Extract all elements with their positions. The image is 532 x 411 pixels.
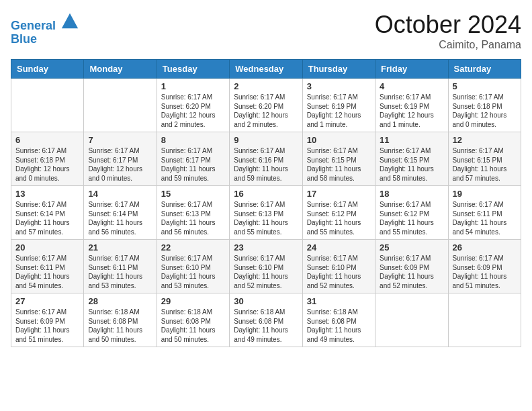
calendar-cell: 15Sunrise: 6:17 AMSunset: 6:13 PMDayligh…: [157, 186, 229, 240]
calendar-cell: 1Sunrise: 6:17 AMSunset: 6:20 PMDaylight…: [157, 79, 229, 132]
calendar-table: SundayMondayTuesdayWednesdayThursdayFrid…: [11, 59, 521, 347]
calendar-cell: 30Sunrise: 6:18 AMSunset: 6:08 PMDayligh…: [230, 293, 302, 347]
calendar-week-row: 27Sunrise: 6:17 AMSunset: 6:09 PMDayligh…: [11, 293, 521, 347]
calendar-cell: 21Sunrise: 6:17 AMSunset: 6:11 PMDayligh…: [84, 240, 157, 293]
calendar-cell: [448, 293, 521, 347]
day-number: 13: [15, 189, 79, 199]
cell-sun-info: Sunrise: 6:17 AMSunset: 6:15 PMDaylight:…: [307, 146, 371, 183]
day-number: 31: [307, 296, 371, 306]
day-number: 3: [307, 81, 371, 91]
cell-sun-info: Sunrise: 6:17 AMSunset: 6:14 PMDaylight:…: [88, 200, 152, 236]
day-number: 27: [15, 296, 79, 306]
calendar-cell: [11, 79, 84, 132]
calendar-cell: 19Sunrise: 6:17 AMSunset: 6:11 PMDayligh…: [448, 186, 521, 240]
day-number: 16: [234, 189, 298, 199]
day-number: 15: [161, 189, 225, 199]
calendar-cell: [375, 293, 448, 347]
calendar-cell: 27Sunrise: 6:17 AMSunset: 6:09 PMDayligh…: [11, 293, 84, 347]
cell-sun-info: Sunrise: 6:18 AMSunset: 6:08 PMDaylight:…: [161, 308, 225, 344]
calendar-cell: 2Sunrise: 6:17 AMSunset: 6:20 PMDaylight…: [230, 79, 302, 132]
cell-sun-info: Sunrise: 6:17 AMSunset: 6:09 PMDaylight:…: [380, 254, 443, 290]
cell-sun-info: Sunrise: 6:17 AMSunset: 6:13 PMDaylight:…: [234, 200, 298, 236]
cell-sun-info: Sunrise: 6:17 AMSunset: 6:14 PMDaylight:…: [15, 200, 79, 236]
cell-sun-info: Sunrise: 6:17 AMSunset: 6:10 PMDaylight:…: [161, 254, 225, 290]
calendar-cell: 4Sunrise: 6:17 AMSunset: 6:19 PMDaylight…: [375, 79, 448, 132]
day-number: 28: [88, 296, 152, 306]
cell-sun-info: Sunrise: 6:17 AMSunset: 6:11 PMDaylight:…: [15, 254, 79, 290]
calendar-week-row: 20Sunrise: 6:17 AMSunset: 6:11 PMDayligh…: [11, 240, 521, 293]
day-number: 18: [380, 189, 443, 199]
day-number: 29: [161, 296, 225, 306]
cell-sun-info: Sunrise: 6:17 AMSunset: 6:15 PMDaylight:…: [453, 146, 517, 183]
day-number: 1: [161, 81, 225, 91]
cell-sun-info: Sunrise: 6:17 AMSunset: 6:12 PMDaylight:…: [307, 200, 371, 236]
cell-sun-info: Sunrise: 6:17 AMSunset: 6:11 PMDaylight:…: [453, 200, 517, 236]
day-number: 20: [15, 242, 79, 253]
day-number: 14: [88, 189, 152, 199]
calendar-week-row: 13Sunrise: 6:17 AMSunset: 6:14 PMDayligh…: [11, 186, 521, 240]
calendar-cell: 11Sunrise: 6:17 AMSunset: 6:15 PMDayligh…: [375, 132, 448, 186]
weekday-header-thursday: Thursday: [302, 60, 375, 79]
cell-sun-info: Sunrise: 6:17 AMSunset: 6:20 PMDaylight:…: [234, 93, 298, 129]
calendar-cell: 20Sunrise: 6:17 AMSunset: 6:11 PMDayligh…: [11, 240, 84, 293]
cell-sun-info: Sunrise: 6:17 AMSunset: 6:17 PMDaylight:…: [88, 146, 152, 183]
weekday-header-wednesday: Wednesday: [230, 60, 302, 79]
cell-sun-info: Sunrise: 6:17 AMSunset: 6:18 PMDaylight:…: [15, 146, 79, 183]
calendar-week-row: 1Sunrise: 6:17 AMSunset: 6:20 PMDaylight…: [11, 79, 521, 132]
day-number: 21: [88, 242, 152, 253]
day-number: 11: [380, 135, 443, 145]
day-number: 9: [234, 135, 298, 145]
calendar-cell: 22Sunrise: 6:17 AMSunset: 6:10 PMDayligh…: [157, 240, 229, 293]
day-number: 7: [88, 135, 152, 145]
cell-sun-info: Sunrise: 6:17 AMSunset: 6:16 PMDaylight:…: [234, 146, 298, 183]
logo-icon: [60, 11, 79, 30]
calendar-header-row: SundayMondayTuesdayWednesdayThursdayFrid…: [11, 60, 521, 79]
calendar-cell: 18Sunrise: 6:17 AMSunset: 6:12 PMDayligh…: [375, 186, 448, 240]
day-number: 8: [161, 135, 225, 145]
month-title: October 2024: [375, 11, 521, 39]
calendar-week-row: 6Sunrise: 6:17 AMSunset: 6:18 PMDaylight…: [11, 132, 521, 186]
day-number: 6: [15, 135, 79, 145]
cell-sun-info: Sunrise: 6:18 AMSunset: 6:08 PMDaylight:…: [234, 308, 298, 344]
cell-sun-info: Sunrise: 6:18 AMSunset: 6:08 PMDaylight:…: [88, 308, 152, 344]
calendar-cell: 10Sunrise: 6:17 AMSunset: 6:15 PMDayligh…: [302, 132, 375, 186]
day-number: 26: [453, 242, 517, 253]
calendar-cell: 28Sunrise: 6:18 AMSunset: 6:08 PMDayligh…: [84, 293, 157, 347]
cell-sun-info: Sunrise: 6:17 AMSunset: 6:09 PMDaylight:…: [453, 254, 517, 290]
weekday-header-friday: Friday: [375, 60, 448, 79]
calendar-cell: 12Sunrise: 6:17 AMSunset: 6:15 PMDayligh…: [448, 132, 521, 186]
day-number: 25: [380, 242, 443, 253]
cell-sun-info: Sunrise: 6:17 AMSunset: 6:20 PMDaylight:…: [161, 93, 225, 129]
calendar-cell: 16Sunrise: 6:17 AMSunset: 6:13 PMDayligh…: [230, 186, 302, 240]
page-header: General Blue October 2024 Caimito, Panam…: [11, 11, 521, 51]
day-number: 22: [161, 242, 225, 253]
calendar-cell: [84, 79, 157, 132]
cell-sun-info: Sunrise: 6:17 AMSunset: 6:19 PMDaylight:…: [380, 93, 443, 129]
day-number: 17: [307, 189, 371, 199]
cell-sun-info: Sunrise: 6:17 AMSunset: 6:11 PMDaylight:…: [88, 254, 152, 290]
cell-sun-info: Sunrise: 6:17 AMSunset: 6:19 PMDaylight:…: [307, 93, 371, 129]
cell-sun-info: Sunrise: 6:17 AMSunset: 6:09 PMDaylight:…: [15, 308, 79, 344]
calendar-cell: 29Sunrise: 6:18 AMSunset: 6:08 PMDayligh…: [157, 293, 229, 347]
day-number: 5: [453, 81, 517, 91]
calendar-cell: 5Sunrise: 6:17 AMSunset: 6:18 PMDaylight…: [448, 79, 521, 132]
calendar-cell: 9Sunrise: 6:17 AMSunset: 6:16 PMDaylight…: [230, 132, 302, 186]
cell-sun-info: Sunrise: 6:17 AMSunset: 6:15 PMDaylight:…: [380, 146, 443, 183]
weekday-header-tuesday: Tuesday: [157, 60, 229, 79]
logo-general: General: [11, 19, 56, 32]
calendar-cell: 13Sunrise: 6:17 AMSunset: 6:14 PMDayligh…: [11, 186, 84, 240]
day-number: 24: [307, 242, 371, 253]
day-number: 4: [380, 81, 443, 91]
weekday-header-saturday: Saturday: [448, 60, 521, 79]
calendar-cell: 3Sunrise: 6:17 AMSunset: 6:19 PMDaylight…: [302, 79, 375, 132]
calendar-cell: 31Sunrise: 6:18 AMSunset: 6:08 PMDayligh…: [302, 293, 375, 347]
cell-sun-info: Sunrise: 6:17 AMSunset: 6:13 PMDaylight:…: [161, 200, 225, 236]
cell-sun-info: Sunrise: 6:17 AMSunset: 6:12 PMDaylight:…: [380, 200, 443, 236]
cell-sun-info: Sunrise: 6:18 AMSunset: 6:08 PMDaylight:…: [307, 308, 371, 344]
logo: General Blue: [11, 11, 79, 46]
day-number: 19: [453, 189, 517, 199]
calendar-cell: 23Sunrise: 6:17 AMSunset: 6:10 PMDayligh…: [230, 240, 302, 293]
day-number: 23: [234, 242, 298, 253]
day-number: 2: [234, 81, 298, 91]
weekday-header-monday: Monday: [84, 60, 157, 79]
